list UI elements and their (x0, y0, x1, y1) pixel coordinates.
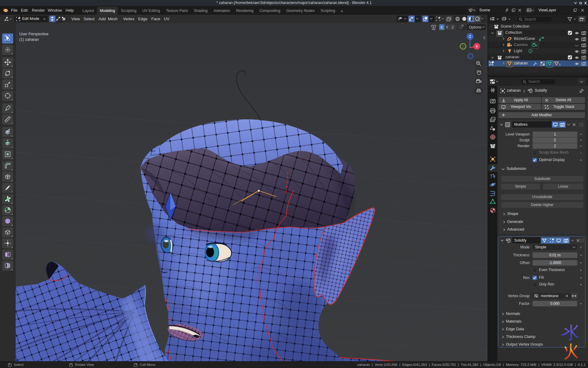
svg-text:Z: Z (469, 35, 471, 38)
svg-text:3: 3 (559, 63, 560, 66)
svg-text:X: X (440, 25, 443, 29)
svg-text:User Perspective: User Perspective (19, 32, 48, 36)
svg-text:X: X (476, 44, 478, 48)
svg-text:(1) zaharan: (1) zaharan (19, 37, 39, 42)
svg-text:Y: Y (446, 25, 448, 29)
svg-text:Z: Z (451, 25, 454, 29)
svg-text:Options: Options (469, 25, 481, 29)
